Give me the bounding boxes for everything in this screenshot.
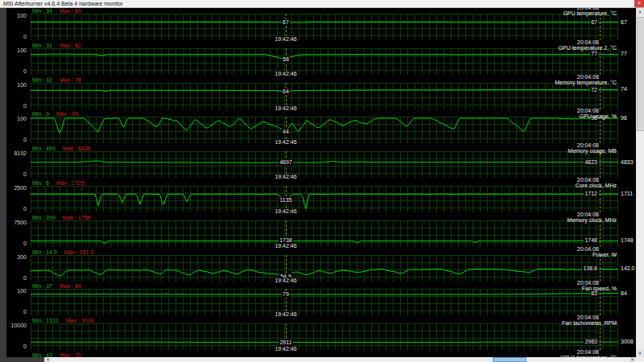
minmax-readout: Min : 37Max : 84 [32, 283, 81, 289]
signal-trace [31, 14, 618, 40]
center-marker-value: 44 [282, 129, 290, 135]
current-value: 4833 [621, 159, 634, 166]
right-marker-value: 67 [590, 19, 598, 26]
vertical-scrollbar[interactable]: ▲ ▼ [636, 7, 644, 357]
max-value-label: Max : 84 [60, 283, 81, 289]
signal-trace [31, 220, 618, 247]
minmax-readout: Min : 299Max : 1756 [32, 215, 90, 220]
max-value-label: Max : 78 [60, 77, 81, 83]
graph-panel-memory-usage-mb: 81920Min : 489Max : 64284697482320:04:08… [0, 145, 636, 180]
scale-min-label: 0 [5, 206, 27, 212]
right-marker-value: 138.8 [582, 265, 598, 272]
graph-plot[interactable]: 5877 [31, 48, 618, 75]
right-time-marker-line [600, 289, 601, 315]
graph-plot[interactable]: 46974823 [31, 151, 618, 178]
max-value-label: Max : 82 [60, 43, 81, 48]
center-marker-timestamp: 19:42:46 [274, 36, 297, 42]
current-value: 74 [621, 86, 627, 93]
scale-min-label: 0 [5, 241, 27, 246]
scroll-down-icon[interactable]: ▼ [636, 349, 644, 357]
graph-panels-region: 1000Min : 34Max : 69676720:04:08GPU temp… [0, 7, 636, 357]
current-value: 142.0 [621, 265, 635, 272]
graph-plot[interactable]: 6472 [31, 83, 618, 109]
current-value: 96 [621, 115, 627, 121]
vertical-scrollbar-thumb[interactable] [637, 17, 644, 131]
horizontal-scrollbar[interactable]: ◀ ▶ [44, 357, 636, 362]
right-marker-value: 4823 [584, 159, 598, 166]
center-marker-timestamp: 19:42:46 [274, 311, 297, 317]
window-bottom-left-frame [0, 357, 44, 362]
right-time-marker-line [600, 83, 601, 109]
minmax-readout: Min : 34Max : 69 [32, 8, 81, 14]
graph-panel-gpu-temperature-c: 1000Min : 34Max : 69676720:04:08GPU temp… [0, 7, 636, 43]
center-marker-timestamp: 19:42:46 [274, 71, 297, 76]
current-value: 77 [621, 51, 627, 57]
min-value-label: Min : 37 [32, 283, 52, 289]
max-value-label: Max : 6428 [63, 146, 91, 151]
center-marker-value: 2911 [279, 339, 292, 346]
signal-label: Fan tachometer, RPM [562, 320, 617, 326]
right-time-marker-line [600, 14, 601, 40]
graph-plot[interactable]: 17381748 [31, 220, 618, 247]
graph-plot[interactable]: 54.9138.8 [31, 255, 618, 282]
minmax-readout: Min : 6Max : 1725 [32, 180, 85, 186]
horizontal-scrollbar-thumb[interactable] [493, 357, 526, 362]
center-marker-timestamp: 19:42:46 [274, 174, 297, 179]
center-marker-timestamp: 19:42:46 [274, 278, 297, 283]
minmax-readout: Min : 31Max : 82 [32, 43, 81, 48]
center-marker-timestamp: 19:42:46 [274, 243, 297, 249]
min-value-label: Min : 32 [32, 77, 52, 83]
right-marker-timestamp: 20:04:08 [577, 280, 599, 286]
center-marker-value: 67 [282, 19, 290, 26]
min-value-label: Min : 34 [32, 8, 52, 14]
scale-min-label: 0 [5, 68, 27, 74]
scale-min-label: 0 [5, 103, 27, 109]
right-marker-timestamp: 20:04:08 [577, 246, 599, 252]
right-time-marker-line [600, 117, 601, 143]
minmax-readout: Min : 489Max : 6428 [32, 146, 90, 151]
signal-label: Fan speed, % [582, 286, 617, 291]
max-value-label: Max : 1756 [63, 215, 91, 220]
graph-plot[interactable]: 29112983 [31, 323, 618, 350]
scroll-left-icon[interactable]: ◀ [44, 357, 51, 362]
minmax-readout: Min : 1310Max : 3039 [32, 318, 93, 323]
graph-panel-fan-tachometer-rpm: 100000Min : 1310Max : 30392911298320:04:… [0, 317, 636, 352]
min-value-label: Min : 31 [32, 43, 52, 48]
signal-label: GPU temperature 2, °C [559, 45, 617, 51]
graph-panel-memory-temperature-c: 1000Min : 32Max : 78647220:04:08Memory t… [0, 76, 636, 112]
scale-max-label: 10000 [5, 323, 27, 328]
right-time-marker-line [600, 220, 601, 247]
graph-panel-memory-clock-mhz: 75000Min : 299Max : 17561738174820:04:08… [0, 214, 636, 249]
graph-plot[interactable]: 11351712 [31, 186, 618, 212]
right-time-marker-line [600, 151, 601, 178]
graph-plot[interactable]: 7983 [31, 289, 618, 315]
minmax-readout: Min : 14.0Max : 151.0 [32, 249, 93, 255]
scale-max-label: 7500 [5, 220, 27, 225]
signal-trace [31, 255, 618, 282]
graph-plot[interactable]: 6767 [31, 14, 618, 40]
max-value-label: Max : 99 [56, 111, 78, 117]
signal-trace [31, 83, 618, 109]
right-marker-timestamp: 20:04:08 [577, 212, 599, 217]
graph-plot[interactable]: 4496 [31, 117, 618, 143]
signal-trace [31, 289, 618, 315]
right-marker-timestamp: 20:04:08 [577, 177, 599, 183]
scale-min-label: 0 [5, 171, 27, 177]
center-marker-value: 64 [282, 88, 290, 95]
right-marker-timestamp: 20:04:08 [577, 142, 599, 148]
right-time-marker-line [600, 48, 601, 75]
signal-label: Memory usage, MB [568, 148, 617, 154]
title-bar[interactable]: MSI Afterburner v4.6.4 Beta 4 hardware m… [0, 0, 644, 8]
scroll-right-icon[interactable]: ▶ [630, 357, 636, 362]
scale-max-label: 100 [5, 116, 27, 121]
scroll-up-icon[interactable]: ▲ [636, 7, 644, 15]
current-value: 1711 [621, 191, 633, 197]
scale-min-label: 0 [5, 275, 27, 281]
right-marker-value: 72 [590, 87, 598, 93]
close-icon[interactable]: × [634, 0, 644, 7]
center-marker-value: 79 [282, 291, 290, 298]
signal-trace [31, 151, 618, 178]
center-marker-timestamp: 19:42:46 [274, 105, 297, 111]
signal-trace [31, 323, 618, 350]
min-value-label: Min : 6 [32, 180, 49, 186]
